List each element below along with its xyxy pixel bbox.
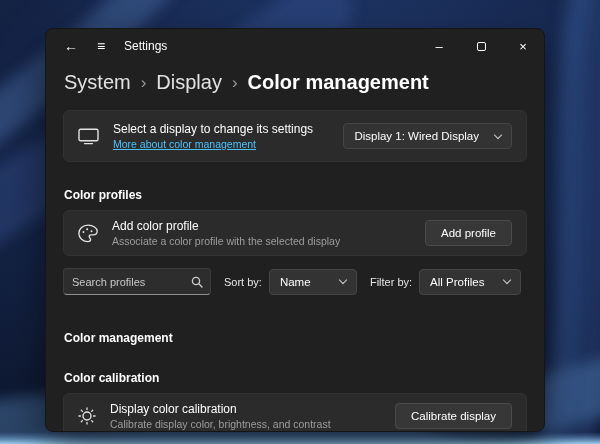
monitor-icon xyxy=(78,128,99,145)
minimize-icon: – xyxy=(435,39,442,54)
breadcrumb-current-page: Color management xyxy=(248,71,429,94)
display-select-card: Select a display to change its settings … xyxy=(63,110,527,162)
close-icon: × xyxy=(519,39,527,54)
breadcrumb-display[interactable]: Display xyxy=(156,71,222,94)
sun-calibration-icon xyxy=(78,407,96,425)
minimize-button[interactable]: – xyxy=(418,29,460,63)
menu-button[interactable]: ≡ xyxy=(86,33,116,59)
add-profile-subtitle: Associate a color profile with the selec… xyxy=(112,235,340,247)
chevron-down-icon xyxy=(339,276,347,284)
calibration-card: Display color calibration Calibrate disp… xyxy=(63,393,527,432)
add-profile-card: Add color profile Associate a color prof… xyxy=(63,210,527,256)
settings-window: ← ≡ Settings – × System › Display › Colo… xyxy=(45,28,545,432)
filter-dropdown-value: All Profiles xyxy=(430,276,484,288)
sort-dropdown-value: Name xyxy=(280,276,311,288)
calibrate-display-button[interactable]: Calibrate display xyxy=(395,403,512,429)
hamburger-icon: ≡ xyxy=(97,38,105,54)
breadcrumb-separator-icon: › xyxy=(141,72,147,93)
search-box[interactable] xyxy=(63,268,211,295)
caption-buttons: – × xyxy=(418,29,544,63)
filter-row: Sort by: Name Filter by: All Profiles xyxy=(63,268,527,295)
display-dropdown-value: Display 1: Wired Display xyxy=(354,130,479,142)
calibration-subtitle: Calibrate display color, brightness, and… xyxy=(110,418,331,430)
display-dropdown[interactable]: Display 1: Wired Display xyxy=(343,123,512,149)
maximize-button[interactable] xyxy=(460,29,502,63)
section-color-management: Color management xyxy=(64,331,526,345)
breadcrumb-separator-icon: › xyxy=(232,72,238,93)
titlebar: ← ≡ Settings – × xyxy=(46,29,544,63)
section-color-calibration: Color calibration xyxy=(64,371,526,385)
breadcrumb-system[interactable]: System xyxy=(64,71,131,94)
sort-dropdown[interactable]: Name xyxy=(269,269,357,295)
back-button[interactable]: ← xyxy=(56,33,86,59)
palette-icon xyxy=(78,224,98,243)
search-input[interactable] xyxy=(64,276,191,288)
more-about-color-management-link[interactable]: More about color management xyxy=(113,138,256,150)
chevron-down-icon xyxy=(494,130,502,138)
calibration-title: Display color calibration xyxy=(110,402,331,416)
breadcrumb: System › Display › Color management xyxy=(46,63,544,94)
window-title: Settings xyxy=(124,39,167,53)
sort-by-label: Sort by: xyxy=(224,276,262,288)
close-button[interactable]: × xyxy=(502,29,544,63)
add-profile-title: Add color profile xyxy=(112,219,340,233)
filter-dropdown[interactable]: All Profiles xyxy=(419,269,521,295)
maximize-icon xyxy=(477,42,486,51)
filter-by-label: Filter by: xyxy=(370,276,412,288)
section-color-profiles: Color profiles xyxy=(64,188,526,202)
search-icon xyxy=(191,276,203,288)
display-card-title: Select a display to change its settings xyxy=(113,122,313,136)
add-profile-button[interactable]: Add profile xyxy=(425,220,512,246)
chevron-down-icon xyxy=(503,276,511,284)
back-icon: ← xyxy=(64,38,78,54)
